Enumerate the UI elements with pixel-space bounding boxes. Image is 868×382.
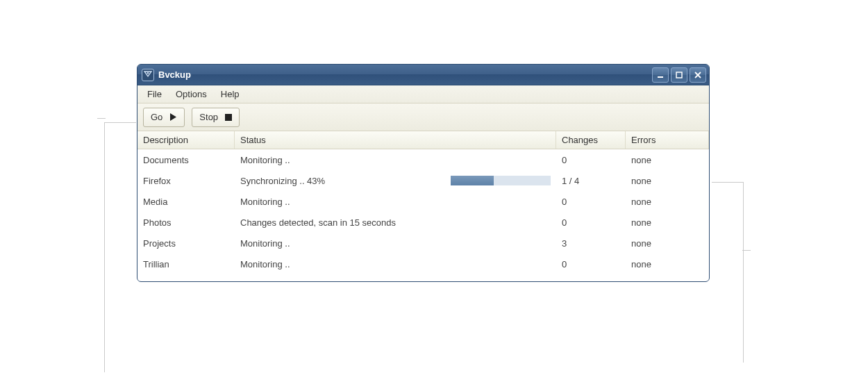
- titlebar[interactable]: Bvckup: [137, 65, 709, 85]
- play-icon: [169, 113, 177, 121]
- cell-errors: none: [626, 217, 709, 228]
- status-text: Monitoring ..: [240, 238, 290, 249]
- svg-rect-2: [676, 72, 682, 78]
- cell-description: Trillian: [137, 259, 235, 269]
- cell-errors: none: [626, 176, 709, 186]
- cell-description: Media: [137, 197, 235, 207]
- maximize-button[interactable]: [671, 67, 687, 83]
- cell-status: Monitoring ..: [235, 197, 445, 207]
- table-row[interactable]: TrillianMonitoring ..0none: [137, 254, 709, 274]
- decorative-bracket-left: [104, 122, 136, 372]
- stop-button[interactable]: Stop: [192, 108, 240, 127]
- task-list: DocumentsMonitoring ..0noneFirefoxSynchr…: [137, 149, 709, 274]
- cell-errors: none: [626, 259, 709, 269]
- padding: [137, 274, 709, 281]
- status-text: Synchronizing .. 43%: [240, 176, 325, 186]
- cell-description: Photos: [137, 217, 235, 228]
- status-text: Monitoring ..: [240, 197, 290, 207]
- go-button-label: Go: [151, 112, 162, 122]
- cell-errors: none: [626, 197, 709, 207]
- decorative-line: [742, 250, 751, 251]
- menu-file[interactable]: File: [140, 87, 169, 101]
- status-text: Monitoring ..: [240, 155, 290, 165]
- cell-status: Monitoring ..: [235, 238, 445, 249]
- menu-help[interactable]: Help: [214, 87, 247, 101]
- app-icon: [142, 69, 154, 81]
- table-row[interactable]: DocumentsMonitoring ..0none: [137, 149, 709, 170]
- minimize-button[interactable]: [652, 67, 669, 83]
- table-row[interactable]: FirefoxSynchronizing .. 43%1 / 4none: [137, 170, 709, 191]
- status-text: Monitoring ..: [240, 259, 290, 269]
- column-headers: Description Status Changes Errors: [137, 131, 709, 149]
- close-button[interactable]: [690, 67, 706, 83]
- cell-changes: 0: [556, 217, 626, 228]
- cell-errors: none: [626, 238, 709, 249]
- cell-status: Changes detected, scan in 15 seconds: [235, 217, 445, 228]
- stop-button-label: Stop: [199, 112, 218, 122]
- svg-rect-3: [225, 114, 232, 121]
- decorative-line: [97, 118, 106, 119]
- progress-fill: [451, 176, 494, 185]
- cell-description: Firefox: [137, 176, 235, 186]
- close-icon: [694, 71, 702, 79]
- cell-errors: none: [626, 155, 709, 165]
- cell-changes: 0: [556, 155, 626, 165]
- cell-status: Monitoring ..: [235, 259, 445, 269]
- header-status[interactable]: Status: [235, 131, 556, 149]
- decorative-bracket-right: [712, 182, 744, 363]
- window-controls: [652, 67, 706, 83]
- svg-point-0: [147, 72, 149, 74]
- cell-status: Synchronizing .. 43%: [235, 176, 445, 186]
- status-text: Changes detected, scan in 15 seconds: [240, 217, 396, 228]
- cell-description: Projects: [137, 238, 235, 249]
- cell-changes: 0: [556, 259, 626, 269]
- header-changes[interactable]: Changes: [556, 131, 626, 149]
- cell-description: Documents: [137, 155, 235, 165]
- window-title: Bvckup: [158, 69, 652, 80]
- go-button[interactable]: Go: [143, 108, 185, 127]
- cell-progress: [445, 176, 556, 185]
- header-errors[interactable]: Errors: [626, 131, 709, 149]
- maximize-icon: [675, 71, 683, 79]
- table-row[interactable]: MediaMonitoring ..0none: [137, 191, 709, 212]
- toolbar: Go Stop: [137, 103, 709, 131]
- menubar: File Options Help: [137, 85, 709, 103]
- table-row[interactable]: PhotosChanges detected, scan in 15 secon…: [137, 212, 709, 233]
- app-window: Bvckup File Options Help: [137, 64, 710, 282]
- svg-rect-1: [658, 76, 663, 78]
- cell-changes: 3: [556, 238, 626, 249]
- header-description[interactable]: Description: [137, 131, 235, 149]
- table-row[interactable]: ProjectsMonitoring ..3none: [137, 233, 709, 254]
- stop-icon: [225, 114, 232, 121]
- menu-options[interactable]: Options: [169, 87, 214, 101]
- cell-changes: 1 / 4: [556, 176, 626, 186]
- cell-status: Monitoring ..: [235, 155, 445, 165]
- progress-bar: [451, 176, 551, 185]
- minimize-icon: [656, 71, 665, 79]
- cell-changes: 0: [556, 197, 626, 207]
